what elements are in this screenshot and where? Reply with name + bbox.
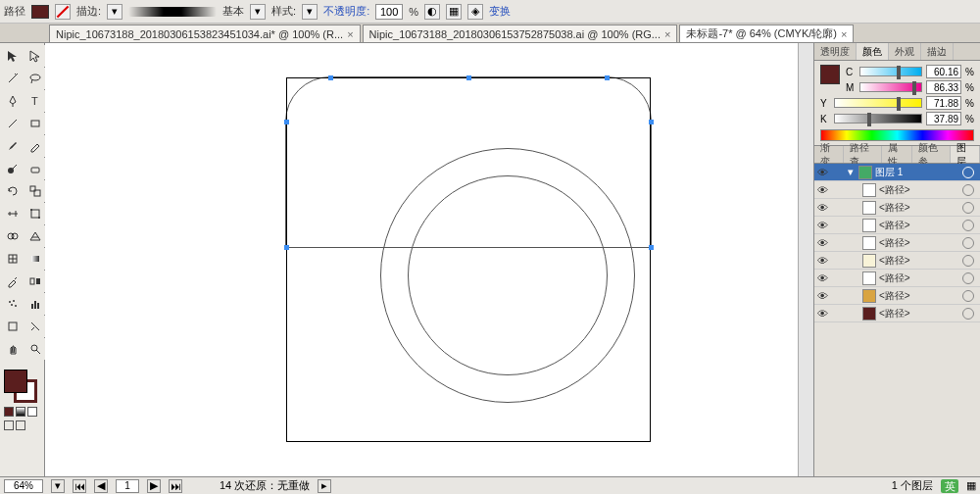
fill-stroke-swatches[interactable]: [4, 370, 37, 403]
blob-brush-tool[interactable]: [2, 158, 24, 179]
panel-fill-swatch[interactable]: [820, 65, 840, 84]
opacity-label[interactable]: 不透明度:: [323, 4, 369, 19]
anchor-point[interactable]: [649, 120, 654, 124]
selection-tool[interactable]: [2, 45, 24, 67]
layer-row[interactable]: 👁 <路径>: [814, 270, 980, 287]
visibility-icon[interactable]: 👁: [814, 237, 830, 249]
fill-swatch-main[interactable]: [4, 370, 27, 393]
close-icon[interactable]: ×: [664, 28, 670, 40]
status-dropdown[interactable]: ▸: [318, 479, 331, 493]
recolor-icon[interactable]: ◐: [424, 4, 440, 20]
zoom-input[interactable]: [4, 479, 43, 493]
tab-appearance[interactable]: 外观: [889, 43, 921, 60]
yellow-slider[interactable]: [834, 98, 922, 108]
magenta-input[interactable]: [926, 80, 961, 94]
transform-icon[interactable]: ◈: [467, 4, 483, 20]
visibility-icon[interactable]: 👁: [814, 290, 830, 302]
canvas[interactable]: [45, 43, 813, 476]
layer-row-top[interactable]: 👁 ▾ 图层 1: [814, 164, 980, 181]
free-transform-tool[interactable]: [24, 203, 46, 224]
prev-page-icon[interactable]: ◀: [94, 479, 108, 493]
visibility-icon[interactable]: 👁: [814, 308, 830, 320]
anchor-point[interactable]: [328, 75, 333, 80]
next-page-icon[interactable]: ▶: [147, 479, 161, 493]
paintbrush-tool[interactable]: [2, 135, 24, 157]
yellow-input[interactable]: [926, 96, 961, 110]
cyan-slider[interactable]: [859, 67, 922, 76]
tab-color[interactable]: 颜色: [857, 43, 889, 60]
doc-tab-1[interactable]: Nipic_10673188_20180306153823451034.ai* …: [49, 25, 361, 42]
zoom-dropdown[interactable]: ▾: [51, 479, 65, 493]
type-tool[interactable]: T: [24, 90, 46, 112]
brush-preview[interactable]: [128, 7, 217, 17]
shape-builder-tool[interactable]: [2, 225, 24, 247]
transform-link[interactable]: 变换: [489, 4, 511, 19]
first-page-icon[interactable]: ⏮: [73, 479, 86, 493]
black-input[interactable]: [926, 112, 961, 125]
gradient-tool[interactable]: [24, 248, 46, 270]
blend-tool[interactable]: [24, 271, 46, 292]
anchor-point[interactable]: [284, 245, 289, 250]
rotate-tool[interactable]: [2, 180, 24, 202]
tab-attributes[interactable]: 属性: [882, 146, 911, 163]
path-name[interactable]: <路径>: [879, 219, 962, 232]
tab-stroke[interactable]: 描边: [921, 43, 954, 60]
visibility-icon[interactable]: 👁: [814, 184, 830, 196]
layer-row[interactable]: 👁 <路径>: [814, 287, 980, 305]
lasso-tool[interactable]: [24, 68, 46, 89]
pencil-tool[interactable]: [24, 135, 46, 157]
zoom-tool[interactable]: [24, 338, 46, 360]
screen-mode-icon[interactable]: [4, 420, 14, 430]
visibility-icon[interactable]: 👁: [814, 202, 830, 214]
ime-indicator[interactable]: 英: [941, 479, 958, 493]
eraser-tool[interactable]: [24, 158, 46, 179]
layer-row[interactable]: 👁 <路径>: [814, 199, 980, 217]
target-icon[interactable]: [962, 220, 974, 231]
color-spectrum[interactable]: [820, 129, 974, 141]
target-icon[interactable]: [962, 167, 974, 178]
scale-tool[interactable]: [24, 180, 46, 202]
tab-transparency[interactable]: 透明度: [814, 43, 857, 60]
expand-icon[interactable]: ▾: [846, 166, 856, 178]
anchor-point[interactable]: [605, 75, 610, 80]
pen-tool[interactable]: [2, 90, 24, 112]
vertical-scrollbar[interactable]: [798, 43, 813, 476]
path-name[interactable]: <路径>: [879, 307, 962, 321]
layer-row[interactable]: 👁 <路径>: [814, 234, 980, 252]
target-icon[interactable]: [962, 308, 974, 320]
path-name[interactable]: <路径>: [879, 236, 962, 250]
path-name[interactable]: <路径>: [879, 183, 962, 197]
target-icon[interactable]: [962, 290, 974, 302]
doc-tab-2[interactable]: Nipic_10673188_20180306153752875038.ai @…: [363, 25, 678, 42]
mesh-tool[interactable]: [2, 248, 24, 270]
slice-tool[interactable]: [24, 316, 46, 337]
column-graph-tool[interactable]: [24, 293, 46, 315]
anchor-point[interactable]: [284, 120, 289, 124]
width-tool[interactable]: [2, 203, 24, 224]
direct-selection-tool[interactable]: [24, 45, 46, 67]
line-tool[interactable]: [2, 113, 24, 134]
target-icon[interactable]: [962, 255, 974, 267]
eyedropper-tool[interactable]: [2, 271, 24, 292]
visibility-icon[interactable]: 👁: [814, 272, 830, 284]
color-mode-icon[interactable]: [4, 407, 14, 417]
fill-swatch[interactable]: [31, 5, 49, 19]
gradient-mode-icon[interactable]: [16, 407, 25, 417]
target-icon[interactable]: [962, 184, 974, 196]
tab-color-guide[interactable]: 颜色参: [912, 146, 951, 163]
path-name[interactable]: <路径>: [879, 201, 962, 215]
brush-dropdown[interactable]: ▾: [250, 4, 266, 20]
layer-row[interactable]: 👁 <路径>: [814, 217, 980, 234]
visibility-icon[interactable]: 👁: [814, 255, 830, 267]
layer-name[interactable]: 图层 1: [875, 166, 962, 179]
perspective-grid-tool[interactable]: [24, 225, 46, 247]
target-icon[interactable]: [962, 237, 974, 249]
target-icon[interactable]: [962, 202, 974, 214]
cyan-input[interactable]: [926, 65, 961, 78]
layer-row[interactable]: 👁 <路径>: [814, 305, 980, 322]
path-name[interactable]: <路径>: [879, 254, 962, 268]
path-name[interactable]: <路径>: [879, 272, 962, 285]
tab-pathfinder[interactable]: 路径查: [844, 146, 882, 163]
stroke-weight-dropdown[interactable]: ▾: [107, 4, 122, 20]
target-icon[interactable]: [962, 272, 974, 284]
